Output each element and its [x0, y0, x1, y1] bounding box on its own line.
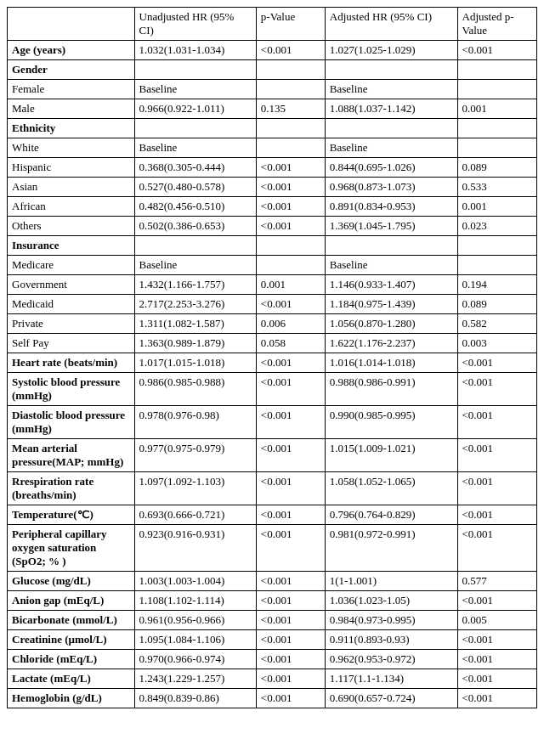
table-row: MedicareBaselineBaseline	[8, 256, 537, 275]
cell-variable: Glucose (mg/dL)	[8, 572, 135, 591]
cell-adjusted-p-value: 0.023	[457, 217, 536, 236]
cell-adjusted-p-value: 0.194	[457, 275, 536, 295]
cell-unadjusted-hr: 0.923(0.916-0.931)	[134, 525, 256, 572]
cell-variable: Self Pay	[8, 334, 135, 353]
cell-p-value: 0.058	[256, 334, 325, 353]
table-row: Hemoglobin (g/dL)0.849(0.839-0.86)<0.001…	[8, 689, 537, 708]
cell-variable: Ethnicity	[8, 119, 135, 138]
cell-adjusted-p-value: <0.001	[457, 353, 536, 373]
col-header-unadjusted-hr: Unadjusted HR (95% CI)	[134, 8, 256, 41]
cell-adjusted-p-value: <0.001	[457, 505, 536, 525]
cell-adjusted-p-value: 0.089	[457, 295, 536, 314]
cell-adjusted-p-value: <0.001	[457, 439, 536, 472]
cell-adjusted-hr: Baseline	[325, 80, 457, 99]
table-row: FemaleBaselineBaseline	[8, 80, 537, 99]
table-row: Others0.502(0.386-0.653)<0.0011.369(1.04…	[8, 217, 537, 236]
cell-variable: Diastolic blood pressure (mmHg)	[8, 406, 135, 439]
cell-variable: Peripheral capillary oxygen saturation (…	[8, 525, 135, 572]
cell-p-value: <0.001	[256, 158, 325, 178]
table-row: Temperature(℃)0.693(0.666-0.721)<0.0010.…	[8, 505, 537, 525]
cell-p-value	[256, 138, 325, 158]
cell-adjusted-p-value	[457, 119, 536, 138]
cell-variable: Systolic blood pressure (mmHg)	[8, 373, 135, 406]
cell-p-value: <0.001	[256, 650, 325, 669]
col-header-adjusted-hr: Adjusted HR (95% CI)	[325, 8, 457, 41]
cell-adjusted-hr: 0.891(0.834-0.953)	[325, 197, 457, 217]
cell-unadjusted-hr: Baseline	[134, 256, 256, 275]
table-row: Gender	[8, 60, 537, 80]
cell-adjusted-p-value	[457, 60, 536, 80]
table-row: Systolic blood pressure (mmHg)0.986(0.98…	[8, 373, 537, 406]
cell-adjusted-p-value: <0.001	[457, 41, 536, 60]
cell-unadjusted-hr: 1.363(0.989-1.879)	[134, 334, 256, 353]
table-header-row: Unadjusted HR (95% CI) p-Value Adjusted …	[8, 8, 537, 41]
cell-variable: Government	[8, 275, 135, 295]
cell-adjusted-hr: 0.984(0.973-0.995)	[325, 611, 457, 630]
table-row: Age (years)1.032(1.031-1.034)<0.0011.027…	[8, 41, 537, 60]
cell-adjusted-hr: 1.015(1.009-1.021)	[325, 439, 457, 472]
table-row: Lactate (mEq/L)1.243(1.229-1.257)<0.0011…	[8, 669, 537, 689]
cell-adjusted-hr: Baseline	[325, 138, 457, 158]
cell-unadjusted-hr: 1.017(1.015-1.018)	[134, 353, 256, 373]
cell-unadjusted-hr: 0.482(0.456-0.510)	[134, 197, 256, 217]
cell-adjusted-hr: 1.027(1.025-1.029)	[325, 41, 457, 60]
cell-adjusted-hr	[325, 236, 457, 256]
cell-p-value: <0.001	[256, 295, 325, 314]
cell-variable: African	[8, 197, 135, 217]
cell-adjusted-hr: 0.962(0.953-0.972)	[325, 650, 457, 669]
table-row: Ethnicity	[8, 119, 537, 138]
cell-adjusted-hr: 0.796(0.764-0.829)	[325, 505, 457, 525]
table-row: Glucose (mg/dL)1.003(1.003-1.004)<0.0011…	[8, 572, 537, 591]
cell-variable: Hispanic	[8, 158, 135, 178]
cell-unadjusted-hr: 1.108(1.102-1.114)	[134, 591, 256, 611]
cell-adjusted-hr: 0.844(0.695-1.026)	[325, 158, 457, 178]
cell-adjusted-hr	[325, 60, 457, 80]
cell-adjusted-p-value: 0.533	[457, 178, 536, 197]
hazard-ratio-table: Unadjusted HR (95% CI) p-Value Adjusted …	[7, 7, 537, 708]
table-row: Male0.966(0.922-1.011)0.1351.088(1.037-1…	[8, 99, 537, 119]
cell-unadjusted-hr: 1.097(1.092-1.103)	[134, 472, 256, 505]
table-row: Self Pay1.363(0.989-1.879)0.0581.622(1.1…	[8, 334, 537, 353]
cell-variable: Private	[8, 314, 135, 334]
cell-adjusted-p-value	[457, 80, 536, 99]
col-header-variable	[8, 8, 135, 41]
cell-unadjusted-hr	[134, 236, 256, 256]
cell-adjusted-p-value: 0.089	[457, 158, 536, 178]
cell-variable: Gender	[8, 60, 135, 80]
cell-adjusted-hr: 1.184(0.975-1.439)	[325, 295, 457, 314]
cell-unadjusted-hr: 2.717(2.253-3.276)	[134, 295, 256, 314]
cell-adjusted-hr: 1.036(1.023-1.05)	[325, 591, 457, 611]
col-header-adjusted-p-value: Adjusted p-Value	[457, 8, 536, 41]
cell-variable: Age (years)	[8, 41, 135, 60]
cell-variable: Medicaid	[8, 295, 135, 314]
cell-p-value: <0.001	[256, 669, 325, 689]
table-row: Mean arterial pressure(MAP; mmHg)0.977(0…	[8, 439, 537, 472]
table-row: Government1.432(1.166-1.757)0.0011.146(0…	[8, 275, 537, 295]
cell-p-value	[256, 256, 325, 275]
cell-variable: Medicare	[8, 256, 135, 275]
cell-adjusted-p-value: <0.001	[457, 373, 536, 406]
cell-variable: Temperature(℃)	[8, 505, 135, 525]
cell-variable: Heart rate (beats/min)	[8, 353, 135, 373]
table-row: Asian0.527(0.480-0.578)<0.0010.968(0.873…	[8, 178, 537, 197]
table-row: Heart rate (beats/min)1.017(1.015-1.018)…	[8, 353, 537, 373]
cell-adjusted-hr: 0.990(0.985-0.995)	[325, 406, 457, 439]
cell-unadjusted-hr: 0.849(0.839-0.86)	[134, 689, 256, 708]
cell-adjusted-p-value: 0.005	[457, 611, 536, 630]
cell-p-value: <0.001	[256, 630, 325, 650]
cell-adjusted-hr: 1.016(1.014-1.018)	[325, 353, 457, 373]
cell-unadjusted-hr: Baseline	[134, 138, 256, 158]
cell-adjusted-hr: 0.968(0.873-1.073)	[325, 178, 457, 197]
cell-adjusted-p-value	[457, 256, 536, 275]
cell-adjusted-hr: 0.988(0.986-0.991)	[325, 373, 457, 406]
cell-adjusted-p-value: 0.003	[457, 334, 536, 353]
cell-adjusted-p-value	[457, 138, 536, 158]
cell-variable: White	[8, 138, 135, 158]
cell-p-value: <0.001	[256, 572, 325, 591]
cell-p-value: <0.001	[256, 217, 325, 236]
cell-adjusted-hr	[325, 119, 457, 138]
cell-unadjusted-hr	[134, 60, 256, 80]
cell-adjusted-hr: 1.058(1.052-1.065)	[325, 472, 457, 505]
cell-adjusted-hr: 1.088(1.037-1.142)	[325, 99, 457, 119]
table-row: Chloride (mEq/L)0.970(0.966-0.974)<0.001…	[8, 650, 537, 669]
